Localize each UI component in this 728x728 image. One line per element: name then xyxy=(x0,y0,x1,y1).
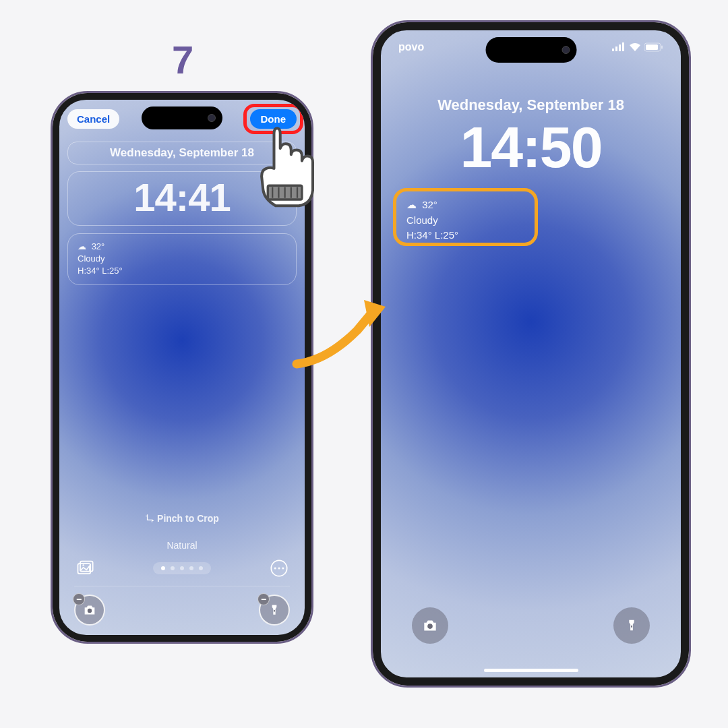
page-dot xyxy=(180,566,184,570)
done-button[interactable]: Done xyxy=(250,109,297,129)
page-indicator[interactable] xyxy=(153,562,211,574)
cellular-signal-icon xyxy=(612,42,626,52)
time-widget-editable[interactable]: 14:41 xyxy=(67,171,297,226)
carrier-label: povo xyxy=(398,41,424,53)
volume-down-button xyxy=(371,265,372,305)
side-button xyxy=(51,224,52,243)
flashlight-icon xyxy=(268,603,281,617)
flashlight-icon xyxy=(624,617,639,634)
weather-temp: 32° xyxy=(92,241,105,251)
step-number: 7 xyxy=(172,37,193,82)
svg-rect-15 xyxy=(661,46,663,49)
volume-up-button xyxy=(371,211,372,251)
remove-badge-icon[interactable]: − xyxy=(257,593,270,605)
date-widget-editable[interactable]: Wednesday, September 18 xyxy=(67,142,297,164)
front-camera xyxy=(562,46,570,54)
svg-point-4 xyxy=(274,567,276,569)
lock-screen-time: 14:50 xyxy=(381,114,681,181)
flashlight-shortcut-editable[interactable]: − xyxy=(259,595,290,626)
svg-rect-17 xyxy=(631,626,632,628)
weather-hi-lo: H:34° L:25° xyxy=(78,265,286,277)
volume-down-button xyxy=(51,305,52,339)
camera-icon xyxy=(82,603,97,617)
volume-up-button xyxy=(51,262,52,295)
phone-left-edit-mode: Cancel Done Wednesday, September 18 14:4… xyxy=(51,91,313,644)
front-camera xyxy=(208,114,216,122)
svg-point-16 xyxy=(427,624,433,629)
page-dot xyxy=(189,566,193,570)
power-button xyxy=(690,224,691,289)
cancel-button[interactable]: Cancel xyxy=(67,109,119,129)
svg-rect-14 xyxy=(646,44,658,50)
lock-screen-date: Wednesday, September 18 xyxy=(381,96,681,114)
svg-point-5 xyxy=(278,567,280,569)
page-dot xyxy=(161,566,165,570)
effect-name-label: Natural xyxy=(59,540,305,551)
camera-icon xyxy=(421,617,439,634)
crop-icon xyxy=(145,514,154,523)
battery-icon xyxy=(644,42,663,52)
weather-condition: Cloudy xyxy=(78,253,286,265)
home-indicator[interactable] xyxy=(484,669,578,672)
widget-highlight-annotation xyxy=(393,188,538,246)
divider xyxy=(74,586,290,586)
svg-rect-8 xyxy=(274,610,275,612)
dynamic-island xyxy=(142,107,222,129)
svg-point-7 xyxy=(88,609,92,613)
svg-point-6 xyxy=(282,567,284,569)
svg-rect-9 xyxy=(612,49,614,51)
phone-right-lock-screen: povo Wednesday, September 18 14:50 ☁ 32°… xyxy=(371,20,691,688)
more-menu-icon[interactable] xyxy=(270,559,289,578)
page-dot xyxy=(171,566,175,570)
photos-icon[interactable] xyxy=(75,559,94,578)
svg-rect-12 xyxy=(622,42,624,51)
camera-shortcut[interactable] xyxy=(412,607,448,644)
camera-shortcut-editable[interactable]: − xyxy=(74,595,105,626)
power-button xyxy=(312,272,313,326)
page-dot xyxy=(199,566,203,570)
svg-rect-11 xyxy=(619,44,621,51)
cloud-icon: ☁ xyxy=(78,241,86,253)
dynamic-island xyxy=(485,37,576,63)
side-button xyxy=(371,171,372,189)
remove-badge-icon[interactable]: − xyxy=(73,593,85,605)
svg-point-2 xyxy=(83,564,84,566)
wifi-icon xyxy=(629,42,641,52)
weather-widget-editable[interactable]: ☁ 32° Cloudy H:34° L:25° xyxy=(67,233,297,285)
pinch-to-crop-hint: Pinch to Crop xyxy=(59,513,305,524)
svg-rect-10 xyxy=(615,47,617,51)
flashlight-shortcut[interactable] xyxy=(613,607,650,644)
